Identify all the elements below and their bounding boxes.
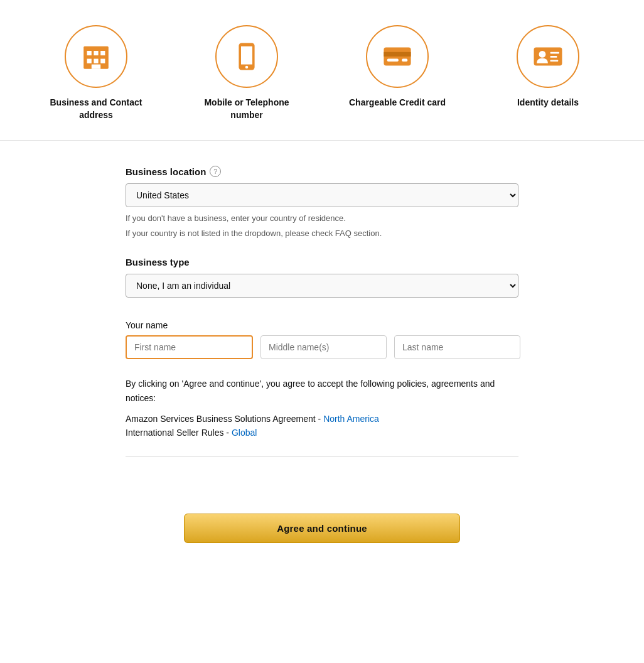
section-divider bbox=[126, 456, 518, 457]
building-icon bbox=[79, 40, 113, 73]
step-icon-circle-4 bbox=[517, 25, 579, 88]
svg-rect-5 bbox=[94, 59, 98, 63]
phone-icon bbox=[230, 40, 264, 73]
step-label-3: Chargeable Credit card bbox=[349, 97, 446, 109]
svg-rect-14 bbox=[402, 59, 407, 62]
svg-rect-18 bbox=[550, 56, 557, 58]
credit-card-icon bbox=[380, 40, 414, 73]
agreement-line-1: Amazon Services Business Solutions Agree… bbox=[126, 414, 518, 424]
policy-section: By clicking on 'Agree and continue', you… bbox=[126, 377, 518, 438]
step-identity: Identity details bbox=[491, 25, 604, 109]
step-label-1: Business and Contact address bbox=[40, 97, 153, 121]
policy-text: By clicking on 'Agree and continue', you… bbox=[126, 377, 518, 405]
svg-rect-13 bbox=[387, 59, 399, 62]
step-label-4: Identity details bbox=[517, 97, 579, 109]
business-type-select[interactable]: None, I am an individual bbox=[126, 274, 518, 298]
svg-rect-4 bbox=[87, 59, 92, 63]
agreement-line-2: International Seller Rules - Global bbox=[126, 428, 518, 438]
business-location-hint1: If you don't have a business, enter your… bbox=[126, 212, 518, 225]
business-location-section: Business location ? United States If you… bbox=[126, 166, 518, 239]
svg-rect-19 bbox=[550, 60, 559, 62]
svg-point-10 bbox=[245, 66, 249, 69]
svg-rect-12 bbox=[384, 52, 411, 57]
business-location-help-icon[interactable]: ? bbox=[210, 166, 221, 177]
last-name-input[interactable] bbox=[394, 335, 520, 359]
step-mobile: Mobile or Telephone number bbox=[190, 25, 303, 121]
name-row bbox=[126, 335, 518, 359]
step-business-address: Business and Contact address bbox=[40, 25, 153, 121]
north-america-link[interactable]: North America bbox=[323, 414, 379, 424]
business-location-label: Business location ? bbox=[126, 166, 518, 177]
step-label-2: Mobile or Telephone number bbox=[190, 97, 303, 121]
global-link[interactable]: Global bbox=[232, 428, 257, 438]
svg-rect-17 bbox=[550, 52, 559, 54]
svg-rect-2 bbox=[94, 51, 98, 55]
your-name-section: Your name bbox=[126, 320, 518, 359]
form-area: Business location ? United States If you… bbox=[0, 141, 644, 501]
id-card-icon bbox=[531, 40, 565, 73]
svg-point-16 bbox=[539, 51, 546, 58]
business-type-label: Business type bbox=[126, 257, 518, 267]
first-name-input[interactable] bbox=[126, 335, 253, 359]
step-icon-circle-2 bbox=[215, 25, 278, 88]
page-container: Business and Contact address Mobile or T… bbox=[0, 0, 644, 663]
svg-rect-6 bbox=[100, 59, 105, 63]
svg-rect-3 bbox=[100, 51, 105, 55]
agree-and-continue-button[interactable]: Agree and continue bbox=[184, 514, 460, 543]
steps-row: Business and Contact address Mobile or T… bbox=[0, 0, 644, 141]
step-icon-circle-3 bbox=[366, 25, 429, 88]
business-location-select[interactable]: United States bbox=[126, 183, 518, 207]
step-credit-card: Chargeable Credit card bbox=[341, 25, 454, 109]
svg-rect-7 bbox=[92, 65, 100, 69]
svg-rect-1 bbox=[87, 51, 92, 55]
business-type-section: Business type None, I am an individual bbox=[126, 257, 518, 303]
step-icon-circle-1 bbox=[65, 25, 127, 88]
business-location-hint2: If your country is not listed in the dro… bbox=[126, 227, 518, 240]
button-area: Agree and continue bbox=[0, 501, 644, 568]
your-name-label: Your name bbox=[126, 320, 518, 330]
middle-name-input[interactable] bbox=[260, 335, 387, 359]
svg-rect-9 bbox=[241, 46, 252, 65]
